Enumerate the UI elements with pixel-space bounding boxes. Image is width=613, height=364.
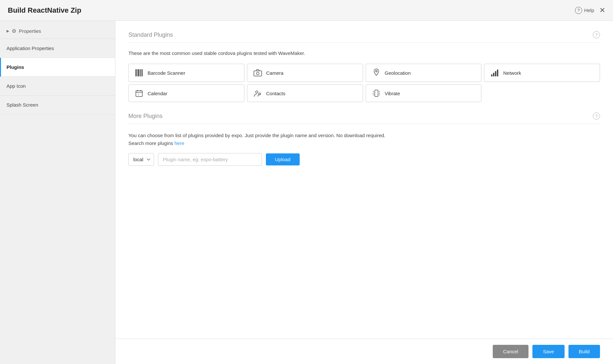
application-properties-label: Application Properties [7, 46, 54, 51]
source-select[interactable]: local npm git [128, 153, 154, 166]
close-button[interactable]: ✕ [599, 7, 605, 14]
upload-row: local npm git Upload [128, 153, 600, 166]
svg-rect-4 [141, 69, 141, 76]
sidebar-item-app-icon[interactable]: App Icon [0, 77, 115, 96]
more-description-line2: Search more plugins [128, 140, 173, 146]
calendar-icon: 1 [135, 89, 144, 97]
splash-screen-label: Splash Screen [7, 102, 38, 108]
save-button[interactable]: Save [532, 345, 564, 358]
standard-plugins-title: Standard Plugins [128, 32, 173, 38]
title-bar: Build ReactNative Zip ? Help ✕ [0, 0, 613, 21]
plugin-card-camera[interactable]: Camera [247, 64, 363, 82]
contacts-label: Contacts [266, 91, 285, 96]
gear-icon: ⚙ [12, 28, 16, 34]
plugin-card-calendar[interactable]: 1 Calendar [128, 84, 244, 102]
plugins-label: Plugins [7, 64, 24, 70]
plugin-card-vibrate[interactable]: Vibrate [366, 84, 482, 102]
vibrate-icon [372, 89, 381, 97]
standard-plugins-header: Standard Plugins ? [128, 31, 600, 43]
build-button[interactable]: Build [568, 345, 600, 358]
properties-label: Properties [19, 28, 41, 34]
svg-rect-5 [142, 69, 143, 76]
standard-plugins-description: These are the most common used stable co… [128, 50, 600, 56]
more-plugins-description: You can choose from list of plugins prov… [128, 132, 600, 147]
barcode-scanner-label: Barcode Scanner [148, 70, 185, 76]
more-plugins-title: More Plugins [128, 113, 163, 120]
more-plugins-link[interactable]: here [175, 140, 184, 146]
help-label: Help [584, 7, 594, 13]
camera-icon [253, 69, 262, 76]
help-button[interactable]: ? Help [575, 7, 594, 14]
content-area: Standard Plugins ? These are the most co… [115, 21, 613, 364]
more-plugins-header: More Plugins ? [128, 112, 600, 124]
svg-rect-0 [136, 69, 137, 76]
help-circle-icon: ? [575, 7, 582, 14]
title-bar-actions: ? Help ✕ [575, 7, 605, 14]
app-icon-label: App Icon [7, 83, 26, 89]
upload-button[interactable]: Upload [266, 153, 300, 165]
svg-rect-3 [140, 69, 140, 76]
svg-point-7 [256, 72, 259, 75]
sidebar-item-properties[interactable]: ▶ ⚙ Properties [0, 23, 115, 39]
svg-rect-20 [375, 90, 378, 97]
svg-rect-9 [491, 74, 492, 76]
main-layout: ▶ ⚙ Properties Application Properties Pl… [0, 21, 613, 364]
plugin-name-input[interactable] [158, 153, 262, 166]
svg-point-8 [375, 71, 377, 72]
sidebar-item-splash-screen[interactable]: Splash Screen [0, 96, 115, 114]
svg-rect-6 [254, 71, 262, 76]
more-description-line1: You can choose from list of plugins prov… [128, 133, 385, 138]
barcode-scanner-icon [135, 69, 144, 77]
standard-plugins-grid: Barcode Scanner Camera [128, 64, 600, 102]
svg-text:1: 1 [138, 93, 139, 96]
network-label: Network [503, 70, 521, 76]
contacts-icon [253, 89, 262, 97]
plugin-card-barcode-scanner[interactable]: Barcode Scanner [128, 64, 244, 82]
plugin-card-geolocation[interactable]: Geolocation [366, 64, 482, 82]
svg-rect-10 [493, 73, 494, 76]
vibrate-label: Vibrate [385, 91, 400, 96]
close-icon: ✕ [599, 6, 605, 14]
plugin-card-network[interactable]: Network [484, 64, 600, 82]
svg-rect-1 [137, 69, 138, 76]
calendar-label: Calendar [148, 91, 167, 96]
svg-point-18 [255, 91, 258, 93]
more-plugins-section: More Plugins ? You can choose from list … [128, 112, 600, 166]
camera-label: Camera [266, 70, 283, 76]
sidebar-item-application-properties[interactable]: Application Properties [0, 39, 115, 58]
footer: Cancel Save Build [115, 339, 613, 364]
more-plugins-help-icon[interactable]: ? [593, 112, 600, 120]
sidebar: ▶ ⚙ Properties Application Properties Pl… [0, 21, 115, 364]
network-icon [490, 69, 499, 76]
geolocation-label: Geolocation [385, 70, 411, 76]
geolocation-icon [372, 69, 381, 77]
arrow-icon: ▶ [7, 29, 9, 33]
content-body: Standard Plugins ? These are the most co… [115, 21, 613, 339]
svg-rect-11 [495, 71, 496, 76]
svg-rect-13 [136, 91, 142, 97]
standard-plugins-help-icon[interactable]: ? [593, 31, 600, 38]
sidebar-item-plugins[interactable]: Plugins [0, 58, 115, 77]
dialog-title: Build ReactNative Zip [8, 6, 81, 15]
svg-rect-2 [138, 69, 139, 76]
svg-rect-12 [497, 70, 498, 76]
cancel-button[interactable]: Cancel [493, 345, 529, 358]
plugin-card-contacts[interactable]: Contacts [247, 84, 363, 102]
